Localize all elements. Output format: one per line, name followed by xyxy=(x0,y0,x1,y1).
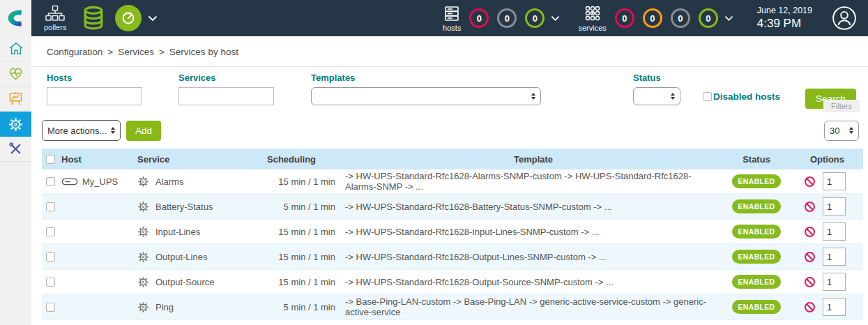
hosts-up-counter[interactable]: 0 xyxy=(525,8,545,28)
disable-ban-icon[interactable] xyxy=(804,201,816,213)
filters-tab[interactable]: Filters xyxy=(823,100,860,112)
hosts-menu[interactable]: hosts xyxy=(443,5,461,32)
duplicate-count-input[interactable] xyxy=(823,248,846,266)
disable-ban-icon[interactable] xyxy=(804,276,816,288)
user-menu-button[interactable] xyxy=(832,6,857,31)
row-checkbox[interactable] xyxy=(46,252,55,262)
table-row: My_UPS Alarms 15 min / 1 min -> HW-UPS-S… xyxy=(42,169,863,195)
chevron-down-icon[interactable] xyxy=(551,15,560,22)
table-row: Output-Lines 15 min / 1 min -> HW-UPS-St… xyxy=(42,245,863,270)
template-chain: -> HW-UPS-Standard-Rfc1628-Output-Lines-… xyxy=(345,252,722,262)
status-filter-label: Status xyxy=(633,73,680,82)
services-critical-counter[interactable]: 0 xyxy=(615,8,634,28)
duplicate-count-input[interactable] xyxy=(823,273,846,291)
services-unknown-counter[interactable]: 0 xyxy=(671,8,690,28)
column-header-status[interactable]: Status xyxy=(722,154,791,165)
pollers-menu[interactable]: pollers xyxy=(44,5,66,31)
services-ok-counter[interactable]: 0 xyxy=(699,8,718,28)
hosts-filter-input[interactable] xyxy=(47,87,142,105)
sidebar-item-monitoring[interactable] xyxy=(0,61,31,86)
disable-ban-icon[interactable] xyxy=(804,251,816,263)
service-name[interactable]: Output-Source xyxy=(155,277,215,287)
pollers-label: pollers xyxy=(44,24,66,31)
template-chain: -> HW-UPS-Standard-Rfc1628-Alarms-SNMP-c… xyxy=(345,171,722,192)
service-name[interactable]: Battery-Status xyxy=(155,202,213,212)
template-chain: -> Base-Ping-LAN-custom -> Base-Ping-LAN… xyxy=(345,296,722,317)
column-header-options[interactable]: Options xyxy=(791,154,863,165)
more-actions-select[interactable]: More actions... xyxy=(42,120,121,141)
disable-ban-icon[interactable] xyxy=(804,226,816,238)
counter-value: 0 xyxy=(706,13,710,24)
scheduling-value: 5 min / 1 min xyxy=(267,302,345,312)
chevron-down-icon[interactable] xyxy=(148,15,158,22)
column-header-template[interactable]: Template xyxy=(345,154,722,165)
database-icon[interactable] xyxy=(82,6,105,31)
centreon-c-icon xyxy=(5,7,27,29)
select-stepper-icon xyxy=(849,127,853,134)
more-actions-value: More actions... xyxy=(47,126,107,136)
scheduling-value: 15 min / 1 min xyxy=(267,252,345,262)
select-stepper-icon xyxy=(111,127,115,134)
table-row: Input-Lines 15 min / 1 min -> HW-UPS-Sta… xyxy=(42,220,863,245)
row-checkbox[interactable] xyxy=(46,177,55,186)
disable-ban-icon[interactable] xyxy=(804,176,816,188)
column-header-service[interactable]: Service xyxy=(135,154,267,165)
breadcrumb-separator: > xyxy=(159,47,165,57)
sidebar-item-reporting[interactable] xyxy=(0,86,31,112)
status-select[interactable] xyxy=(633,87,680,105)
add-button[interactable]: Add xyxy=(126,121,161,141)
status-badge: ENABLED xyxy=(732,300,782,314)
services-menu[interactable]: services xyxy=(578,5,606,32)
duplicate-count-input[interactable] xyxy=(823,222,846,241)
scheduling-value: 15 min / 1 min xyxy=(267,176,345,187)
sidebar-item-home[interactable] xyxy=(0,36,31,61)
table-row: Battery-Status 5 min / 1 min -> HW-UPS-S… xyxy=(42,195,863,220)
duplicate-count-input[interactable] xyxy=(823,197,846,216)
chevron-down-icon[interactable] xyxy=(724,15,733,22)
sidebar-item-administration[interactable] xyxy=(0,137,31,162)
template-chain: -> HW-UPS-Standard-Rfc1628-Battery-Statu… xyxy=(345,202,722,212)
duplicate-count-input[interactable] xyxy=(823,298,846,316)
page-size-select[interactable]: 30 xyxy=(824,121,859,141)
user-icon xyxy=(832,6,857,31)
status-badge: ENABLED xyxy=(732,250,782,264)
templates-filter-label: Templates xyxy=(311,73,541,82)
services-warning-counter[interactable]: 0 xyxy=(643,8,662,28)
service-name[interactable]: Alarms xyxy=(155,176,183,187)
counter-value: 0 xyxy=(650,13,655,24)
row-checkbox[interactable] xyxy=(46,303,55,312)
select-all-checkbox[interactable] xyxy=(46,155,55,164)
status-badge: ENABLED xyxy=(732,225,782,239)
breadcrumb-services-by-host[interactable]: Services by host xyxy=(169,47,238,57)
counter-value: 0 xyxy=(678,13,683,24)
breadcrumb-configuration[interactable]: Configuration xyxy=(47,47,102,57)
row-checkbox[interactable] xyxy=(46,227,55,236)
topbar: pollers hosts 0 0 0 services 0 0 0 0 Jun… xyxy=(31,0,868,36)
hosts-unreachable-counter[interactable]: 0 xyxy=(497,8,517,28)
services-filter-input[interactable] xyxy=(178,87,274,105)
scheduling-value: 5 min / 1 min xyxy=(267,202,345,212)
sidebar-item-configuration[interactable] xyxy=(0,112,31,137)
column-header-scheduling[interactable]: Scheduling xyxy=(267,154,345,165)
hosts-down-counter[interactable]: 0 xyxy=(469,8,489,28)
disabled-hosts-toggle[interactable]: Disabled hosts xyxy=(703,91,780,102)
host-name[interactable]: My_UPS xyxy=(82,176,118,187)
template-chain: -> HW-UPS-Standard-Rfc1628-Input-Lines-S… xyxy=(345,227,722,237)
status-filter: Status xyxy=(633,73,680,105)
breadcrumb-services[interactable]: Services xyxy=(118,47,154,57)
disabled-hosts-checkbox[interactable] xyxy=(703,92,712,101)
duplicate-count-input[interactable] xyxy=(823,172,846,190)
hosts-filter: Hosts xyxy=(47,73,142,105)
service-name[interactable]: Output-Lines xyxy=(155,252,207,262)
hosts-filter-label: Hosts xyxy=(47,73,142,82)
templates-select[interactable] xyxy=(311,87,541,105)
disable-ban-icon[interactable] xyxy=(804,301,816,313)
row-checkbox[interactable] xyxy=(46,278,55,287)
gauge-status-button[interactable] xyxy=(115,5,142,31)
column-header-host[interactable]: Host xyxy=(61,154,135,165)
centreon-logo[interactable] xyxy=(0,0,31,36)
service-name[interactable]: Input-Lines xyxy=(155,227,200,237)
service-name[interactable]: Ping xyxy=(155,302,174,312)
sidebar xyxy=(0,0,31,325)
row-checkbox[interactable] xyxy=(46,202,55,211)
